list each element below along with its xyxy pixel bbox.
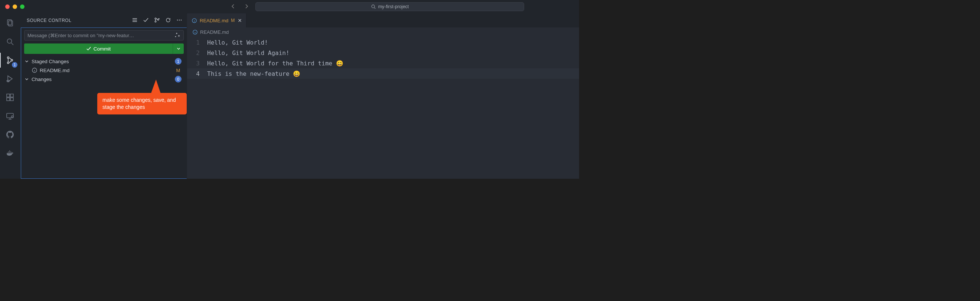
code-line[interactable]: 2 Hello, Git World Again!	[187, 48, 579, 58]
breadcrumb-text: README.md	[200, 29, 229, 35]
staged-count-badge: 1	[175, 58, 181, 65]
activity-extensions[interactable]	[1, 91, 19, 103]
code-line[interactable]: 3 Hello, Git World for the Third time 😄	[187, 58, 579, 68]
info-icon	[192, 29, 198, 35]
svg-rect-11	[10, 94, 13, 97]
file-status-m: M	[175, 68, 181, 73]
changes-count-badge: 0	[175, 76, 181, 83]
commit-message-input[interactable]: Message (⌘Enter to commit on "my-new-fea…	[24, 30, 184, 40]
svg-point-0	[372, 5, 375, 8]
sidebar-header: SOURCE CONTROL	[20, 13, 187, 27]
editor-area: README.md M README.md 1 Hello, Git World…	[187, 13, 579, 179]
staged-file-row[interactable]: README.md M	[24, 66, 184, 75]
commit-button-row: Commit	[24, 43, 184, 54]
svg-point-15	[155, 21, 156, 22]
commit-check-button[interactable]	[143, 17, 149, 24]
svg-rect-2	[8, 21, 13, 26]
tab-status: M	[231, 18, 235, 23]
tab-bar: README.md M	[187, 13, 579, 27]
staged-changes-group[interactable]: Staged Changes 1	[24, 57, 184, 66]
activity-source-control[interactable]: 1	[1, 54, 19, 66]
chevron-down-icon	[176, 46, 181, 51]
svg-rect-10	[10, 98, 13, 101]
changes-label: Changes	[32, 77, 173, 82]
refresh-button[interactable]	[165, 17, 171, 24]
svg-rect-8	[7, 94, 10, 97]
titlebar: my-first-project	[0, 0, 579, 13]
activity-run-debug[interactable]	[1, 73, 19, 85]
breadcrumb[interactable]: README.md	[187, 27, 579, 37]
svg-point-4	[8, 57, 9, 59]
line-number: 4	[187, 70, 207, 77]
create-branch-button[interactable]	[154, 17, 160, 24]
svg-point-5	[8, 62, 9, 64]
commit-button[interactable]: Commit	[24, 43, 173, 54]
scm-panel: Message (⌘Enter to commit on "my-new-fea…	[21, 27, 187, 179]
tab-readme[interactable]: README.md M	[187, 13, 247, 27]
activity-search[interactable]	[1, 36, 19, 48]
activity-explorer[interactable]	[1, 17, 19, 29]
commit-dropdown-button[interactable]	[173, 43, 184, 54]
command-center-search[interactable]: my-first-project	[255, 2, 524, 11]
search-icon	[371, 4, 376, 9]
close-window-button[interactable]	[5, 5, 10, 9]
svg-point-19	[181, 19, 181, 20]
code-line[interactable]: 1 Hello, Git World!	[187, 37, 579, 48]
line-text: Hello, Git World Again!	[207, 50, 290, 56]
code-line[interactable]: 4 This is the new-feature 😄	[187, 68, 579, 79]
nav-back-button[interactable]	[230, 3, 236, 10]
svg-point-14	[155, 18, 156, 19]
commit-button-label: Commit	[94, 46, 111, 52]
view-as-tree-button[interactable]	[132, 17, 138, 24]
info-icon	[191, 18, 197, 23]
annotation-callout: make some changes, save, and stage the c…	[97, 93, 187, 114]
check-icon	[86, 46, 91, 51]
code-editor[interactable]: 1 Hello, Git World! 2 Hello, Git World A…	[187, 37, 579, 79]
line-text: Hello, Git World for the Third time 😄	[207, 60, 344, 67]
line-text: Hello, Git World!	[207, 39, 268, 46]
line-number: 2	[187, 50, 207, 56]
tab-filename: README.md	[200, 18, 228, 23]
chevron-down-icon	[24, 77, 29, 82]
more-actions-button[interactable]	[176, 17, 182, 24]
scm-badge: 1	[12, 62, 18, 68]
maximize-window-button[interactable]	[20, 5, 24, 9]
svg-rect-9	[7, 98, 10, 101]
window-controls	[0, 5, 24, 9]
commit-placeholder: Message (⌘Enter to commit on "my-new-fea…	[27, 33, 172, 38]
activity-remote[interactable]	[1, 110, 19, 122]
close-tab-button[interactable]	[237, 18, 242, 23]
callout-text: make some changes, save, and stage the c…	[102, 97, 176, 110]
chevron-down-icon	[24, 59, 29, 64]
activity-docker[interactable]	[1, 147, 19, 159]
svg-point-17	[177, 19, 178, 20]
line-text: This is the new-feature 😄	[207, 70, 300, 77]
source-control-sidebar: SOURCE CONTROL Message (⌘Enter to commit…	[20, 13, 187, 179]
ai-generate-icon[interactable]	[175, 32, 180, 39]
line-number: 1	[187, 39, 207, 46]
search-text: my-first-project	[378, 4, 409, 9]
nav-forward-button[interactable]	[243, 3, 250, 10]
line-number: 3	[187, 60, 207, 67]
staged-changes-label: Staged Changes	[32, 59, 173, 64]
history-nav	[230, 3, 250, 10]
svg-point-3	[8, 39, 12, 43]
sidebar-title: SOURCE CONTROL	[27, 18, 71, 23]
activity-github[interactable]	[1, 128, 19, 141]
info-icon	[32, 67, 38, 73]
sidebar-actions	[132, 17, 182, 24]
svg-point-13	[11, 116, 13, 118]
staged-file-name: README.md	[40, 68, 173, 73]
activity-bar: 1	[0, 13, 20, 179]
minimize-window-button[interactable]	[13, 5, 17, 9]
svg-point-18	[179, 19, 180, 20]
svg-rect-1	[8, 20, 11, 25]
